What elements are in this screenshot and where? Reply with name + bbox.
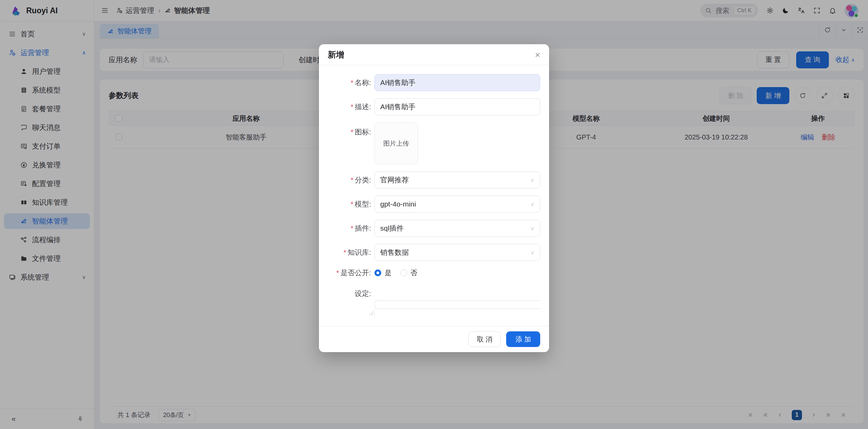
cancel-button[interactable]: 取 消 <box>468 331 501 347</box>
plugin-select[interactable]: sql插件 ∨ <box>374 220 540 237</box>
chevron-down-icon: ∨ <box>530 225 534 232</box>
submit-add-button[interactable]: 添 加 <box>506 331 540 347</box>
public-field-label: 是否公开: <box>340 269 371 277</box>
settings-field-label: 设定: <box>355 290 371 297</box>
form-row-icon: *图标: 图片上传 <box>319 122 540 164</box>
name-field-label: 名称: <box>355 79 371 86</box>
dialog-footer: 取 消 添 加 <box>319 326 549 352</box>
name-input[interactable] <box>374 74 540 91</box>
form-row-plugin: *插件: sql插件 ∨ <box>319 220 540 237</box>
icon-field-label: 图标: <box>355 128 371 136</box>
dialog-title: 新增 <box>328 49 344 60</box>
form-row-category: *分类: 官网推荐 ∨ <box>319 171 540 188</box>
form-row-public: *是否公开: 是 否 <box>319 268 540 278</box>
dialog-header: 新增 × <box>319 44 549 65</box>
radio-yes[interactable]: 是 <box>374 268 391 278</box>
public-radio-group: 是 否 <box>374 268 540 278</box>
add-agent-dialog: 新增 × *名称: *描述: *图标: 图片上传 *分类: 官网推荐 <box>319 44 549 352</box>
description-field-label: 描述: <box>355 103 371 111</box>
required-mark: * <box>351 79 353 86</box>
category-select[interactable]: 官网推荐 ∨ <box>374 171 540 188</box>
chevron-down-icon: ∨ <box>530 177 534 183</box>
chevron-down-icon: ∨ <box>530 201 534 208</box>
settings-textarea-wrap <box>374 300 541 317</box>
radio-unselected-dot <box>400 269 407 276</box>
radio-no[interactable]: 否 <box>400 268 417 278</box>
model-select[interactable]: gpt-4o-mini ∨ <box>374 196 540 213</box>
image-upload-dropzone[interactable]: 图片上传 <box>374 122 418 164</box>
knowledge-field-label: 知识库: <box>348 248 371 256</box>
description-input[interactable] <box>374 98 540 115</box>
upload-text: 图片上传 <box>383 139 409 148</box>
knowledge-select[interactable]: 销售数据 ∨ <box>374 244 540 261</box>
form-row-settings: 设定: <box>319 285 540 317</box>
model-field-label: 模型: <box>355 200 371 208</box>
radio-selected-dot <box>374 269 381 276</box>
settings-textarea[interactable] <box>375 285 541 307</box>
form-row-model: *模型: gpt-4o-mini ∨ <box>319 196 540 213</box>
form-row-knowledge: *知识库: 销售数据 ∨ <box>319 244 540 261</box>
plugin-field-label: 插件: <box>355 224 371 232</box>
chevron-down-icon: ∨ <box>530 249 534 256</box>
dialog-form: *名称: *描述: *图标: 图片上传 *分类: 官网推荐 ∨ <box>319 65 549 326</box>
category-field-label: 分类: <box>355 176 371 184</box>
form-row-description: *描述: <box>319 98 540 115</box>
form-row-name: *名称: <box>319 74 540 91</box>
close-icon[interactable]: × <box>535 50 540 59</box>
